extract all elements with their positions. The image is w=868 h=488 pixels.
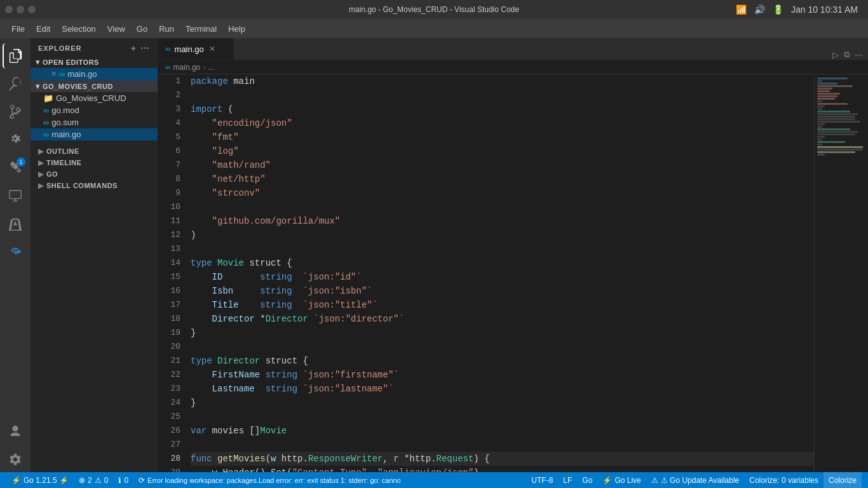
code-line-29: w.Header().Set("Content-Type", "applicay… xyxy=(191,466,814,472)
tab-main-go[interactable]: ∞ main.go ✕ xyxy=(158,38,234,60)
datetime: Jan 10 10:31 AM xyxy=(791,4,858,15)
code-line-4: "encoding/json" xyxy=(191,116,814,130)
run-button[interactable]: ▷ xyxy=(832,50,839,60)
code-line-21: type Director struct { xyxy=(191,354,814,368)
status-encoding[interactable]: UTF-8 xyxy=(526,472,558,488)
sync-icon: ⟳ xyxy=(139,476,145,485)
go-update-text: ⚠ Go Update Available xyxy=(661,476,740,485)
explorer-activity-icon[interactable] xyxy=(3,43,28,69)
search-activity-icon[interactable] xyxy=(3,71,28,97)
line-20: 20 xyxy=(158,340,180,354)
code-line-9: "strconv" xyxy=(191,186,814,200)
file-go-sum[interactable]: ∞ go.sum xyxy=(31,116,158,128)
error-count: 2 xyxy=(88,476,92,485)
tab-close-button[interactable]: ✕ xyxy=(208,43,217,55)
go-section[interactable]: ▶ GO xyxy=(31,168,158,180)
code-line-1: package main xyxy=(191,74,814,88)
folder-icon: 📁 xyxy=(43,93,53,103)
line-9: 9 xyxy=(158,186,180,200)
go-main-icon: ∞ xyxy=(43,130,49,139)
menu-go[interactable]: Go xyxy=(132,22,153,36)
breadcrumb-symbol[interactable]: ... xyxy=(208,63,214,72)
code-content[interactable]: package main import ( "encoding/json" "f… xyxy=(186,74,814,472)
project-folder[interactable]: ▾ GO_MOVIES_CRUD xyxy=(31,80,158,92)
go-breadcrumb-icon: ∞ xyxy=(165,63,171,72)
new-file-icon[interactable]: + xyxy=(131,43,137,53)
testing-activity-icon[interactable] xyxy=(3,211,28,236)
line-2: 2 xyxy=(158,88,180,102)
chevron-right-icon: ▶ xyxy=(38,181,44,190)
line-25: 25 xyxy=(158,410,180,424)
outline-label: OUTLINE xyxy=(46,147,79,155)
minimize-button[interactable] xyxy=(5,6,13,13)
info-icon: ℹ xyxy=(118,476,121,485)
line-24: 24 xyxy=(158,396,180,410)
go-live-icon: ⚡ xyxy=(602,476,612,485)
main-layout: 1 EXPLORER + ⋯ ▾ OPEN EDIT xyxy=(0,38,868,472)
remote-explorer-activity-icon[interactable] xyxy=(3,183,28,208)
settings-activity-icon[interactable] xyxy=(3,447,28,472)
extensions-activity-icon[interactable]: 1 xyxy=(3,155,28,180)
menu-edit[interactable]: Edit xyxy=(31,22,55,36)
code-line-2 xyxy=(191,88,814,102)
outline-section[interactable]: ▶ OUTLINE xyxy=(31,146,158,157)
maximize-button[interactable] xyxy=(17,6,24,13)
activitybar: 1 xyxy=(0,38,31,472)
wifi-icon: 📶 xyxy=(736,4,747,15)
svg-rect-0 xyxy=(10,191,21,199)
status-language[interactable]: Go xyxy=(577,472,597,488)
file-main-go[interactable]: ∞ main.go xyxy=(31,128,158,140)
status-error-msg[interactable]: ⟳ Error loading workspace: packages.Load… xyxy=(133,472,400,488)
chevron-down-icon: ▾ xyxy=(36,81,40,91)
code-line-20 xyxy=(191,340,814,354)
tabbar: ∞ main.go ✕ ▷ ⧉ ⋯ xyxy=(158,38,868,60)
status-errors[interactable]: ⊗ 2 ⚠ 0 xyxy=(74,472,113,488)
line-14: 14 xyxy=(158,256,180,270)
status-go-live[interactable]: ⚡ Go Live xyxy=(597,472,646,488)
status-go-version[interactable]: ⚡ Go 1.21.5 ⚡ xyxy=(6,472,74,488)
file-go-mod[interactable]: ∞ go.mod xyxy=(31,104,158,116)
chevron-right-icon: ▶ xyxy=(38,170,44,179)
code-line-18: Director *Director `json:"director"` xyxy=(191,312,814,326)
line-11: 11 xyxy=(158,214,180,228)
status-go-update[interactable]: ⚠ ⚠ Go Update Available xyxy=(646,472,745,488)
code-line-3: import ( xyxy=(191,102,814,116)
explorer-more-icon[interactable]: ⋯ xyxy=(140,43,150,53)
titlebar: main.go - Go_Movies_CRUD - Visual Studio… xyxy=(0,0,868,19)
file-go-movies-crud[interactable]: 📁 Go_Movies_CRUD xyxy=(31,92,158,104)
line-17: 17 xyxy=(158,298,180,312)
close-button[interactable] xyxy=(28,6,36,13)
update-icon: ⚠ xyxy=(651,476,658,485)
status-colorize[interactable]: Colorize: 0 variables xyxy=(744,472,824,488)
go-mod-icon: ∞ xyxy=(43,105,49,115)
go-label: GO xyxy=(46,170,58,178)
breadcrumb-file[interactable]: main.go xyxy=(173,63,201,72)
account-activity-icon[interactable] xyxy=(3,419,28,444)
status-colorize-btn[interactable]: Colorize xyxy=(824,472,862,488)
docker-activity-icon[interactable] xyxy=(3,239,28,264)
menu-view[interactable]: View xyxy=(102,22,130,36)
status-info[interactable]: ℹ 0 xyxy=(113,472,133,488)
status-line-ending[interactable]: LF xyxy=(558,472,577,488)
sidebar: EXPLORER + ⋯ ▾ OPEN EDITORS ✕ ∞ main.go … xyxy=(31,38,158,472)
open-editor-item-main-go[interactable]: ✕ ∞ main.go xyxy=(31,68,158,80)
go-sum-icon: ∞ xyxy=(43,118,49,127)
code-line-13 xyxy=(191,242,814,256)
more-actions-button[interactable]: ⋯ xyxy=(855,50,863,60)
source-control-activity-icon[interactable] xyxy=(3,99,28,125)
go-version-icon: ⚡ xyxy=(11,476,21,485)
close-dirty-icon[interactable]: ✕ xyxy=(51,70,57,78)
code-line-27 xyxy=(191,438,814,452)
timeline-section[interactable]: ▶ TIMELINE xyxy=(31,157,158,168)
menu-help[interactable]: Help xyxy=(223,22,250,36)
run-debug-activity-icon[interactable] xyxy=(3,127,28,152)
menu-terminal[interactable]: Terminal xyxy=(180,22,222,36)
menu-selection[interactable]: Selection xyxy=(57,22,100,36)
chevron-right-icon: ▶ xyxy=(38,147,44,156)
open-editors-section[interactable]: ▾ OPEN EDITORS xyxy=(31,56,158,68)
menu-file[interactable]: File xyxy=(6,22,30,36)
info-count: 0 xyxy=(124,476,128,485)
split-editor-button[interactable]: ⧉ xyxy=(844,50,850,60)
shell-commands-section[interactable]: ▶ SHELL COMMANDS xyxy=(31,180,158,191)
menu-run[interactable]: Run xyxy=(154,22,179,36)
